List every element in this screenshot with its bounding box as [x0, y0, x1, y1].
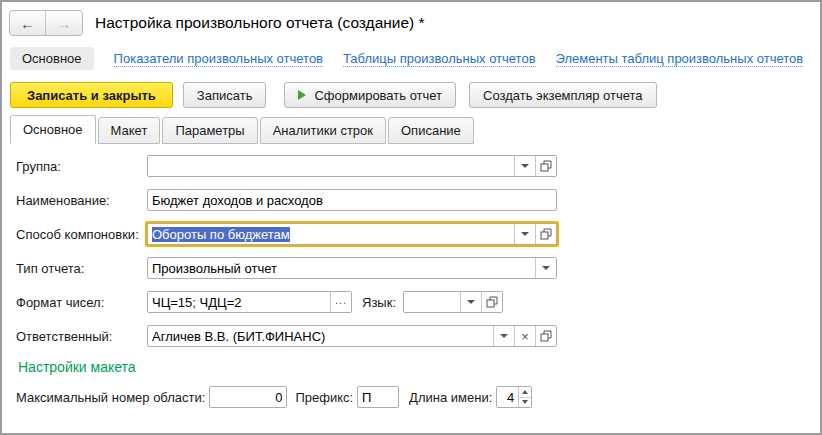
layout-method-selected-text: Обороты по бюджетам [152, 227, 290, 242]
layout-method-input[interactable]: Обороты по бюджетам [148, 224, 514, 244]
group-combobox [147, 155, 557, 177]
layout-settings-header: Настройки макета [18, 359, 806, 375]
stepper-up-button[interactable] [519, 387, 531, 398]
main-form: Группа: Наименование: [2, 144, 820, 408]
responsible-open-button[interactable] [535, 326, 556, 346]
report-type-input[interactable] [148, 258, 535, 278]
name-length-stepper [496, 386, 532, 408]
window-header: ← → Настройка произвольного отчета (созд… [2, 2, 820, 36]
history-nav-group: ← → [9, 10, 83, 36]
report-type-row: Тип отчета: [16, 257, 806, 279]
report-type-combobox [147, 257, 557, 279]
layout-method-label: Способ компоновки: [16, 227, 147, 242]
group-open-button[interactable] [535, 156, 556, 176]
max-area-number-field [209, 386, 287, 408]
triangle-up-icon [522, 390, 528, 394]
name-label: Наименование: [16, 193, 147, 208]
save-and-close-label: Записать и закрыть [27, 88, 156, 103]
number-format-more-button[interactable]: ... [330, 292, 351, 312]
tab-strip: Основное Макет Параметры Аналитики строк… [2, 115, 820, 144]
number-format-label: Формат чисел: [16, 295, 147, 310]
layout-method-open-button[interactable] [535, 224, 556, 244]
group-label: Группа: [16, 159, 147, 174]
number-format-input[interactable] [148, 292, 330, 312]
chevron-down-icon [467, 300, 475, 304]
name-length-label: Длина имени: [409, 390, 492, 405]
chevron-down-icon [521, 232, 529, 236]
tab-layout[interactable]: Макет [98, 117, 161, 144]
prefix-input[interactable] [358, 387, 398, 407]
tab-row-analytics[interactable]: Аналитики строк [260, 117, 386, 144]
tab-description[interactable]: Описание [388, 117, 474, 144]
responsible-label: Ответственный: [16, 329, 147, 344]
create-instance-button[interactable]: Создать экземпляр отчета [469, 82, 656, 108]
chevron-down-icon [542, 266, 550, 270]
prefix-label: Префикс: [295, 390, 353, 405]
report-type-label: Тип отчета: [16, 261, 147, 276]
layout-settings-row: Максимальный номер области: Префикс: Дли… [16, 386, 806, 408]
language-input[interactable] [404, 292, 460, 312]
navigation-panel: Основное Показатели произвольных отчетов… [2, 47, 820, 70]
clear-icon: × [521, 330, 529, 343]
nav-link-tables[interactable]: Таблицы произвольных отчетов [343, 51, 536, 67]
max-area-number-label: Максимальный номер области: [16, 390, 205, 405]
max-area-number-input[interactable] [210, 387, 286, 407]
report-settings-window: ← → Настройка произвольного отчета (созд… [0, 0, 822, 435]
create-instance-label: Создать экземпляр отчета [483, 88, 642, 103]
save-label: Записать [197, 88, 253, 103]
name-length-input[interactable] [497, 387, 518, 407]
save-and-close-button[interactable]: Записать и закрыть [10, 82, 173, 108]
group-row: Группа: [16, 155, 806, 177]
generate-label: Сформировать отчет [314, 88, 442, 103]
chevron-down-icon [521, 164, 529, 168]
layout-method-dropdown-button[interactable] [514, 224, 535, 244]
responsible-row: Ответственный: × [16, 325, 806, 347]
language-open-button[interactable] [481, 292, 502, 312]
save-button[interactable]: Записать [183, 82, 267, 108]
back-arrow-icon: ← [20, 15, 35, 32]
responsible-clear-button[interactable]: × [514, 326, 535, 346]
responsible-input[interactable] [148, 326, 493, 346]
nav-link-table-elements[interactable]: Элементы таблиц произвольных отчетов [556, 51, 804, 67]
group-input[interactable] [148, 156, 514, 176]
responsible-dropdown-button[interactable] [493, 326, 514, 346]
number-format-row: Формат чисел: ... Язык: [16, 291, 806, 313]
back-button[interactable]: ← [10, 11, 46, 35]
name-field [147, 189, 557, 211]
nav-item-main[interactable]: Основное [10, 47, 94, 70]
open-icon [486, 296, 498, 308]
chevron-down-icon [500, 334, 508, 338]
report-type-dropdown-button[interactable] [535, 258, 556, 278]
responsible-combobox: × [147, 325, 557, 347]
group-dropdown-button[interactable] [514, 156, 535, 176]
stepper-down-button[interactable] [519, 398, 531, 408]
ellipsis-icon: ... [335, 295, 347, 310]
prefix-field [357, 386, 399, 408]
forward-button[interactable]: → [46, 11, 82, 35]
command-bar: Записать и закрыть Записать Сформировать… [2, 82, 820, 108]
tab-main[interactable]: Основное [10, 115, 96, 144]
language-combobox [403, 291, 503, 313]
stepper-buttons [518, 387, 531, 407]
layout-method-row: Способ компоновки: Обороты по бюджетам [16, 223, 806, 245]
nav-link-indicators[interactable]: Показатели произвольных отчетов [114, 51, 323, 67]
open-icon [540, 228, 552, 240]
open-icon [540, 160, 552, 172]
tab-parameters[interactable]: Параметры [162, 117, 257, 144]
name-row: Наименование: [16, 189, 806, 211]
page-title: Настройка произвольного отчета (создание… [95, 14, 425, 32]
number-format-field: ... [147, 291, 352, 313]
layout-method-combobox: Обороты по бюджетам [147, 223, 557, 245]
language-dropdown-button[interactable] [460, 292, 481, 312]
forward-arrow-icon: → [57, 15, 72, 32]
play-icon [298, 90, 306, 100]
language-label: Язык: [362, 295, 396, 310]
name-input[interactable] [148, 190, 556, 210]
triangle-down-icon [522, 400, 528, 404]
open-icon [540, 330, 552, 342]
generate-report-button[interactable]: Сформировать отчет [284, 82, 456, 108]
